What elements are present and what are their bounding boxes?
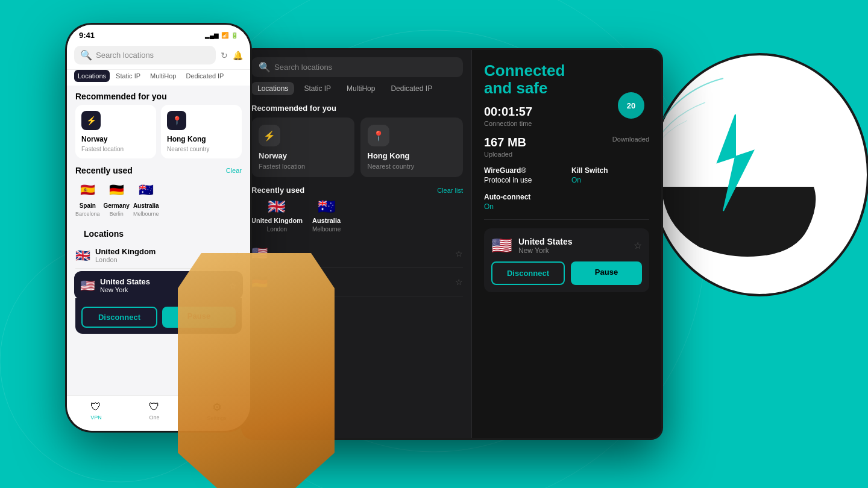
- tablet-tab-locations[interactable]: Locations: [251, 82, 294, 95]
- phone-action-buttons: Disconnect Pause: [81, 307, 236, 328]
- tablet-action-buttons: Disconnect Pause: [491, 261, 642, 285]
- badge-20: 20: [618, 92, 644, 119]
- tablet-conn-loc-row: 🇺🇸 United States New York ☆: [491, 236, 642, 255]
- tablet-recent-uk[interactable]: 🇬🇧 United Kingdom London: [251, 198, 303, 233]
- tablet-tab-static[interactable]: Static IP: [298, 82, 337, 95]
- reload-icon[interactable]: ↻: [221, 51, 228, 60]
- phone-star-us[interactable]: ☆: [229, 281, 237, 290]
- tablet-recommended-title: Recommended for you: [243, 100, 471, 117]
- search-icon: 🔍: [80, 49, 92, 61]
- phone-tab-dedicated[interactable]: Dedicated IP: [182, 70, 227, 82]
- phone-recent-australia[interactable]: 🇦🇺 Australia Melbourne: [133, 179, 159, 217]
- phone-nav-vpn-label: VPN: [90, 414, 102, 421]
- phone-status-icons: ▂▄▆ 📶 🔋: [205, 32, 238, 39]
- tablet-connected-location: 🇺🇸 United States New York ☆ Disconnect P…: [484, 228, 649, 292]
- tablet-conn-star[interactable]: ☆: [634, 240, 642, 251]
- tablet-stat-download: Downloaded: [612, 136, 649, 158]
- phone-flag-uk: 🇬🇧: [75, 248, 90, 263]
- phone-recommended-grid: ⚡ Norway Fastest location 📍 Hong Kong Ne…: [67, 105, 250, 163]
- phone-nav-vpn[interactable]: 🛡 VPN: [90, 401, 102, 421]
- tablet-killswitch-label: Kill Switch: [571, 166, 649, 175]
- phone-nav-one[interactable]: 🛡 One: [149, 401, 160, 421]
- phone-rec-icon-hongkong: 📍: [167, 111, 186, 130]
- phone-star-uk[interactable]: ☆: [234, 251, 242, 260]
- phone-tabs: Locations Static IP MultiHop Dedicated I…: [67, 70, 250, 86]
- phone-rec-name-norway: Norway: [81, 135, 150, 143]
- phone-disconnect-button[interactable]: Disconnect: [81, 307, 157, 328]
- phone-screen: 9:41 ▂▄▆ 📶 🔋 🔍 Search locations ↻ 🔔 Loca…: [67, 25, 250, 431]
- tablet-stat-upload-label: Uploaded: [484, 151, 526, 158]
- phone-loc-uk[interactable]: 🇬🇧 United Kingdom London ☆: [75, 242, 242, 269]
- tablet-rec-hongkong[interactable]: 📍 Hong Kong Nearest country: [360, 117, 464, 177]
- phone-flag-spain: 🇪🇸: [77, 179, 98, 201]
- phone-device: 9:41 ▂▄▆ 📶 🔋 🔍 Search locations ↻ 🔔 Loca…: [65, 23, 252, 433]
- tablet-title-area: Connectedand safe 20: [484, 62, 649, 96]
- tablet-loc-flag-2: 🇩🇪: [251, 274, 268, 290]
- phone-recently-header: Recently used Clear: [67, 163, 250, 179]
- phone-pause-button[interactable]: Pause: [162, 307, 236, 328]
- phone-nav-settings-label: Settings: [207, 415, 227, 421]
- phone-recent-spain[interactable]: 🇪🇸 Spain Barcelona: [75, 179, 100, 217]
- phone-recent-germany[interactable]: 🇩🇪 Germany Berlin: [104, 179, 130, 217]
- tablet-recent-name-australia: Australia: [312, 217, 341, 224]
- phone-loc-us[interactable]: 🇺🇸 United States New York ☆: [74, 271, 243, 299]
- phone-recent-name-germany: Germany: [104, 202, 130, 209]
- tablet-rec-sub-hongkong: Nearest country: [368, 163, 456, 170]
- tablet-tab-dedicated[interactable]: Dedicated IP: [385, 82, 438, 95]
- phone-search-bar: 🔍 Search locations ↻ 🔔: [67, 42, 250, 70]
- tablet-conn-name: United States: [518, 237, 627, 246]
- tablet-tabs: Locations Static IP MultiHop Dedicated I…: [243, 82, 471, 100]
- tablet-divider: [484, 219, 649, 220]
- tablet-recommended-grid: ⚡ Norway Fastest location 📍 Hong Kong Ne…: [243, 117, 471, 183]
- tablet-autoconnect-value: On: [484, 202, 649, 211]
- phone-rec-card-norway[interactable]: ⚡ Norway Fastest location: [75, 105, 156, 158]
- phone-tab-multihop[interactable]: MultiHop: [146, 70, 180, 82]
- tablet-rec-norway[interactable]: ⚡ Norway Fastest location: [251, 117, 354, 177]
- battery-icon: 🔋: [231, 32, 238, 39]
- tablet-conn-flag: 🇺🇸: [491, 236, 512, 255]
- tablet-disconnect-button[interactable]: Disconnect: [491, 261, 565, 285]
- tablet-protocol-name: WireGuard®: [484, 166, 562, 175]
- tablet-rec-sub-norway: Fastest location: [259, 163, 347, 170]
- tablet-recent-australia[interactable]: 🇦🇺 Australia Melbourne: [312, 198, 341, 233]
- tablet-rec-name-hongkong: Hong Kong: [368, 151, 456, 160]
- phone-recent-city-australia: Melbourne: [133, 211, 159, 217]
- tablet-conn-city: New York: [518, 246, 627, 255]
- tablet-tab-multihop[interactable]: MultiHop: [341, 82, 381, 95]
- phone-rec-card-hongkong[interactable]: 📍 Hong Kong Nearest country: [161, 105, 242, 158]
- phone-tab-static[interactable]: Static IP: [112, 70, 144, 82]
- tablet-star-2[interactable]: ☆: [455, 277, 463, 287]
- phone-locations-title: Locations: [75, 223, 242, 242]
- tablet-rec-icon-hongkong: 📍: [368, 125, 389, 146]
- phone-tab-locations[interactable]: Locations: [74, 70, 110, 82]
- phone-status-bar: 9:41 ▂▄▆ 📶 🔋: [67, 25, 250, 42]
- phone-nav-settings[interactable]: ⚙ Settings: [207, 401, 227, 421]
- tablet-rec-icon-norway: ⚡: [259, 125, 280, 146]
- phone-search-input[interactable]: 🔍 Search locations: [74, 46, 216, 64]
- tablet-loc-item-2[interactable]: 🇩🇪 ☆: [251, 268, 463, 296]
- tablet-protocol-item: WireGuard® Protocol in use: [484, 166, 562, 184]
- tablet-loc-item-1[interactable]: 🇺🇸 ☆: [251, 240, 463, 268]
- signal-icon: ▂▄▆: [205, 32, 219, 39]
- phone-loc-info-uk: United Kingdom London: [95, 247, 229, 263]
- phone-loc-name-uk: United Kingdom: [95, 247, 229, 256]
- tablet-recent-city-uk: London: [267, 226, 287, 233]
- tablet-pause-button[interactable]: Pause: [571, 261, 642, 285]
- tablet-search-bar: 🔍 Search locations: [243, 50, 471, 82]
- phone-clear-button[interactable]: Clear: [226, 167, 242, 174]
- tablet-killswitch-item: Kill Switch On: [571, 166, 649, 184]
- phone-recent-name-australia: Australia: [133, 202, 159, 209]
- tablet-star-1[interactable]: ☆: [455, 249, 463, 258]
- tablet-flag-australia: 🇦🇺: [318, 198, 336, 215]
- tablet-autoconnect-label: Auto-connect: [484, 193, 649, 201]
- tablet-locations-list: 🇺🇸 ☆ 🇩🇪 ☆: [243, 237, 471, 438]
- tablet-stat-time: 00:01:57 Connection time: [484, 105, 532, 127]
- bell-icon[interactable]: 🔔: [233, 51, 243, 60]
- phone-recently-title: Recently used: [75, 166, 133, 175]
- tablet-recently-header: Recently used Clear list: [243, 183, 471, 198]
- tablet-search-icon: 🔍: [259, 61, 271, 73]
- tablet-clear-button[interactable]: Clear list: [437, 187, 463, 194]
- tablet-search-input[interactable]: 🔍 Search locations: [251, 57, 463, 77]
- tablet-connected-title: Connectedand safe: [484, 62, 649, 96]
- phone-rec-name-hongkong: Hong Kong: [167, 135, 236, 143]
